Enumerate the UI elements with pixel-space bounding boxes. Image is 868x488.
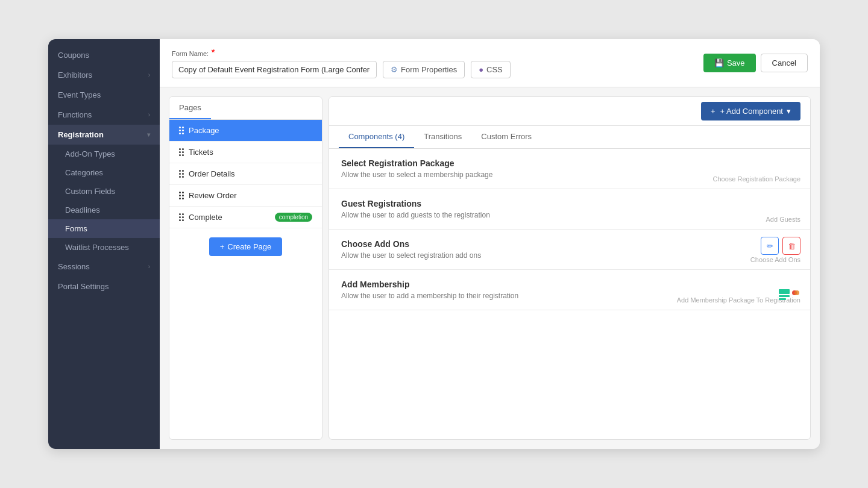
component-type-label: Choose Registration Package	[712, 175, 800, 183]
plus-icon: +	[711, 107, 715, 116]
form-name-input[interactable]	[172, 61, 377, 78]
component-card-select-registration-package: Select Registration Package Allow the us…	[329, 149, 810, 189]
completion-badge: completion	[275, 213, 312, 222]
component-title: Choose Add Ons	[341, 239, 798, 249]
chevron-right-icon: ›	[148, 111, 150, 118]
sidebar: Coupons Exhibitors › Event Types Functio…	[48, 39, 160, 449]
add-component-button[interactable]: + + Add Component ▾	[701, 102, 800, 120]
component-type-label: Choose Add Ons	[750, 256, 800, 263]
component-card-choose-add-ons: Choose Add Ons Allow the user to select …	[329, 230, 810, 270]
sidebar-item-custom-fields[interactable]: Custom Fields	[48, 182, 160, 201]
component-card-add-membership: Add Membership Allow the user to add a m…	[329, 270, 810, 310]
page-item-package[interactable]: Package	[169, 120, 322, 142]
sidebar-item-add-on-types[interactable]: Add-On Types	[48, 145, 160, 163]
components-toolbar: + + Add Component ▾	[329, 97, 810, 126]
sidebar-item-waitlist-processes[interactable]: Waitlist Processes	[48, 238, 160, 257]
header-actions: 💾 Save Cancel	[703, 54, 808, 72]
plus-icon: +	[220, 242, 225, 251]
sidebar-item-portal-settings[interactable]: Portal Settings	[48, 277, 160, 296]
pages-header: Pages	[169, 97, 211, 119]
sidebar-item-exhibitors[interactable]: Exhibitors ›	[48, 65, 160, 85]
sidebar-item-functions[interactable]: Functions ›	[48, 105, 160, 125]
tab-components[interactable]: Components (4)	[339, 126, 414, 148]
drag-handle-icon	[179, 127, 184, 134]
sidebar-item-categories[interactable]: Categories	[48, 163, 160, 182]
delete-component-button[interactable]: 🗑	[782, 237, 800, 255]
delete-trash-icon: 🗑	[788, 242, 796, 251]
chevron-right-icon: ›	[148, 72, 150, 78]
tab-custom-errors[interactable]: Custom Errors	[471, 126, 541, 148]
components-panel: + + Add Component ▾ Components (4) Trans…	[329, 96, 811, 440]
page-item-review-order[interactable]: Review Order	[169, 185, 322, 207]
sidebar-item-forms[interactable]: Forms	[48, 219, 160, 238]
save-icon: 💾	[714, 58, 724, 67]
pages-panel: Pages Package Tickets	[169, 96, 322, 440]
body-area: Pages Package Tickets	[160, 87, 820, 449]
sidebar-item-coupons[interactable]: Coupons	[48, 45, 160, 65]
svg-rect-2	[779, 298, 786, 300]
form-name-input-row: ⚙ Form Properties ● CSS	[172, 61, 696, 78]
main-content: Form Name: * ⚙ Form Properties ● CSS	[160, 39, 820, 449]
header-bar: Form Name: * ⚙ Form Properties ● CSS	[160, 39, 820, 87]
components-list: Select Registration Package Allow the us…	[329, 149, 810, 439]
svg-rect-0	[779, 289, 790, 294]
page-item-tickets[interactable]: Tickets	[169, 142, 322, 163]
gear-icon: ⚙	[391, 65, 398, 74]
drag-handle-icon	[179, 148, 184, 156]
create-page-label: Create Page	[227, 242, 271, 251]
drag-handle-icon	[179, 170, 184, 178]
sidebar-item-registration[interactable]: Registration ▾	[48, 125, 160, 145]
save-button[interactable]: 💾 Save	[703, 54, 756, 72]
cancel-button[interactable]: Cancel	[761, 54, 808, 72]
sidebar-item-sessions[interactable]: Sessions ›	[48, 257, 160, 277]
chevron-down-icon: ▾	[787, 107, 791, 116]
form-name-section: Form Name: * ⚙ Form Properties ● CSS	[172, 48, 696, 78]
form-properties-button[interactable]: ⚙ Form Properties	[383, 61, 465, 78]
component-title: Guest Registrations	[341, 199, 798, 208]
sidebar-item-event-types[interactable]: Event Types	[48, 85, 160, 105]
component-description: Allow the user to add guests to the regi…	[341, 211, 798, 219]
sidebar-item-deadlines[interactable]: Deadlines	[48, 201, 160, 219]
membership-icon-decoration	[779, 289, 800, 304]
tab-transitions[interactable]: Transitions	[414, 126, 471, 148]
tabs-row: Components (4) Transitions Custom Errors	[329, 126, 810, 149]
component-type-label: Add Guests	[766, 216, 800, 223]
component-title: Select Registration Package	[341, 158, 798, 168]
component-card-guest-registrations: Guest Registrations Allow the user to ad…	[329, 189, 810, 230]
svg-point-4	[794, 290, 799, 295]
edit-pencil-icon: ✏	[767, 242, 773, 251]
page-item-complete[interactable]: Complete completion	[169, 207, 322, 228]
drag-handle-icon	[179, 213, 184, 221]
pages-header-container: Pages	[169, 97, 322, 120]
edit-component-button[interactable]: ✏	[761, 237, 779, 255]
component-description: Allow the user to select registration ad…	[341, 251, 798, 260]
create-page-button[interactable]: + Create Page	[209, 237, 283, 256]
chevron-right-icon: ›	[148, 263, 150, 270]
component-title: Add Membership	[341, 280, 798, 289]
css-icon: ●	[479, 65, 483, 74]
css-button[interactable]: ● CSS	[471, 61, 511, 78]
drag-handle-icon	[179, 192, 184, 199]
form-name-label: Form Name: *	[172, 48, 696, 58]
svg-rect-1	[779, 295, 790, 297]
page-item-order-details[interactable]: Order Details	[169, 163, 322, 185]
chevron-down-icon: ▾	[147, 131, 150, 138]
component-actions: ✏ 🗑	[761, 237, 800, 255]
